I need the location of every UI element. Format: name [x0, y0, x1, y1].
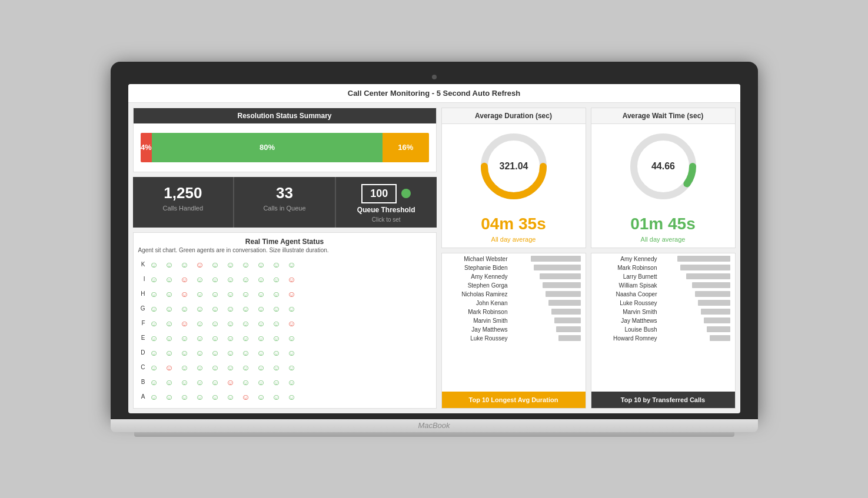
list-item-bar	[698, 300, 730, 306]
agent-icon: ☺	[148, 346, 161, 359]
agent-icon: ☺	[255, 302, 268, 315]
bar-orange: 16%	[383, 133, 428, 162]
agent-icon: ☺	[163, 332, 176, 345]
agent-icon: ☺	[209, 376, 222, 389]
agent-row: I☺☺☺☺☺☺☺☺☺☺	[138, 273, 431, 286]
agent-icon: ☺	[224, 317, 237, 330]
top10-duration-btn[interactable]: Top 10 Longest Avg Duration	[442, 392, 586, 408]
list-item-name: Mark Robinson	[596, 265, 661, 271]
agent-row-label: A	[138, 393, 145, 400]
agent-icon: ☺	[285, 361, 298, 374]
macbook-frame: Call Center Monitoring - 5 Second Auto R…	[111, 62, 758, 437]
list-item-bar	[558, 335, 581, 341]
agent-icon: ☺	[285, 376, 298, 389]
top10-transferred-btn[interactable]: Top 10 by Transferred Calls	[591, 392, 735, 408]
agent-icon: ☺	[255, 361, 268, 374]
calls-handled-box: 1,250 Calls Handled	[133, 177, 235, 228]
agent-icons: ☺☺☺☺☺☺☺☺☺☺	[148, 288, 298, 300]
list-item-bar	[686, 273, 730, 279]
agent-icon: ☺	[255, 376, 268, 389]
queue-status-dot	[401, 189, 411, 198]
calls-queue-box: 33 Calls in Queue	[234, 177, 336, 228]
agent-icon: ☺	[163, 346, 176, 359]
agent-icon: ☺	[224, 390, 237, 403]
camera	[432, 75, 437, 79]
wait-time-label: All day average	[596, 236, 730, 243]
list-item-name: Jay Matthews	[447, 326, 511, 333]
agent-icons: ☺☺☺☺☺☺☺☺☺☺	[148, 273, 298, 286]
agent-row-label: K	[138, 261, 145, 268]
list-item: John Kenan	[447, 300, 581, 306]
queue-threshold-box[interactable]: 100 Queue Threshold Click to set	[336, 177, 437, 228]
agent-icon: ☺	[285, 258, 298, 271]
agent-icon: ☺	[194, 273, 207, 286]
agent-icon: ☺	[240, 346, 252, 359]
duration-donut-svg: 321.04	[478, 131, 549, 202]
agent-icon: ☺	[178, 273, 191, 286]
agent-icon: ☺	[224, 288, 237, 300]
top10-transferred-list: Amy KennedyMark RobinsonLarry BurnettWil…	[591, 253, 735, 392]
list-item: Jay Matthews	[596, 317, 730, 324]
list-item-name: Louise Bush	[596, 326, 661, 333]
agent-row-label: C	[138, 364, 145, 370]
agent-icon: ☺	[240, 317, 252, 330]
agent-icon: ☺	[270, 302, 283, 315]
agent-icon: ☺	[163, 376, 176, 389]
list-item: Jay Matthews	[447, 326, 581, 333]
avg-duration-time: 04m 35s All day average	[442, 209, 586, 248]
agent-icon: ☺	[240, 390, 252, 403]
agent-row: K☺☺☺☺☺☺☺☺☺☺	[138, 258, 431, 271]
agent-icon: ☺	[178, 317, 191, 330]
list-item-bar	[543, 282, 581, 288]
macbook-label: MacBook	[418, 421, 450, 430]
agent-icon: ☺	[224, 302, 237, 315]
agent-icon: ☺	[270, 390, 283, 403]
list-item-bar	[551, 309, 581, 315]
list-item-name: William Spisak	[596, 282, 661, 289]
agent-icon: ☺	[209, 317, 222, 330]
agent-icon: ☺	[163, 390, 176, 403]
agent-row-label: B	[138, 379, 145, 385]
agent-row: D☺☺☺☺☺☺☺☺☺☺	[138, 346, 431, 359]
agent-icon: ☺	[255, 258, 268, 271]
list-item-name: Marvin Smith	[447, 317, 511, 324]
agent-icon: ☺	[194, 346, 207, 359]
resolution-bar: 4% 80% 16%	[141, 133, 429, 162]
avg-wait-panel: Average Wait Time (sec) 44.66 0	[591, 108, 736, 248]
agent-icon: ☺	[270, 317, 283, 330]
agent-icon: ☺	[194, 376, 207, 389]
list-item: Larry Burnett	[596, 273, 730, 280]
agent-icon: ☺	[270, 273, 283, 286]
agent-icon: ☺	[240, 273, 252, 286]
agent-icon: ☺	[178, 346, 191, 359]
agent-icon: ☺	[163, 302, 176, 315]
list-item: Nicholas Ramirez	[447, 291, 581, 298]
list-item-name: Stephanie Biden	[447, 265, 511, 271]
agent-icon: ☺	[285, 390, 298, 403]
list-item: Luke Roussey	[447, 335, 581, 342]
list-item: William Spisak	[596, 282, 730, 289]
list-item-name: Nicholas Ramirez	[447, 291, 511, 298]
top10-transferred-panel: Amy KennedyMark RobinsonLarry BurnettWil…	[591, 253, 736, 409]
agent-icons: ☺☺☺☺☺☺☺☺☺☺	[148, 390, 298, 403]
screen-bezel: Call Center Monitoring - 5 Second Auto R…	[111, 62, 758, 419]
agent-icon: ☺	[148, 376, 161, 389]
list-item: Marvin Smith	[596, 309, 730, 315]
agent-icon: ☺	[240, 288, 252, 300]
agent-icon: ☺	[240, 258, 252, 271]
agent-icon: ☺	[240, 332, 252, 345]
agent-icons: ☺☺☺☺☺☺☺☺☺☺	[148, 258, 298, 271]
agent-icon: ☺	[285, 317, 298, 330]
agent-icon: ☺	[209, 361, 222, 374]
agent-icon: ☺	[178, 258, 191, 271]
top10-duration-panel: Michael WebsterStephanie BidenAmy Kenned…	[441, 253, 586, 409]
list-item-name: Larry Burnett	[596, 273, 661, 280]
agent-status-title: Real Time Agent Status	[138, 238, 431, 246]
duration-donut-value: 321.04	[499, 161, 528, 171]
right-column: Average Duration (sec) 321.04 0	[441, 108, 736, 409]
agent-row-label: D	[138, 349, 145, 356]
avg-duration-header: Average Duration (sec)	[442, 108, 586, 124]
queue-threshold-value[interactable]: 100	[361, 184, 397, 203]
agent-icon: ☺	[209, 346, 222, 359]
agent-icon: ☺	[285, 288, 298, 300]
